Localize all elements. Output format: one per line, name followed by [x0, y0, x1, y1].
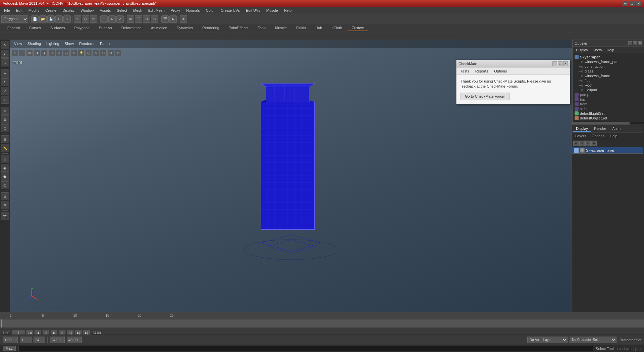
menu-file[interactable]: File [1, 8, 13, 13]
move-btn[interactable]: ✛ [100, 15, 108, 23]
artisan-btn[interactable]: ⬟ [1, 172, 9, 181]
frame-end-input[interactable] [34, 337, 45, 343]
vp-icon-smooth[interactable]: ◎ [56, 50, 62, 56]
camera-tools-btn[interactable]: 📷 [1, 212, 9, 220]
layer-row-skyscraper[interactable]: R Skyscraper_layer [572, 147, 643, 153]
layer-delete-btn[interactable]: ✕ [579, 141, 585, 146]
drp-sub-layers[interactable]: Layers [573, 134, 588, 138]
drp-tab-display[interactable]: Display [573, 126, 591, 132]
ol-item-skyscraper[interactable]: Skyscraper [573, 55, 644, 59]
paint-weights-btn[interactable]: ◉ [1, 164, 9, 172]
vp-icon-tex[interactable]: ⬚ [63, 50, 70, 56]
maximize-button[interactable]: □ [629, 1, 635, 6]
snap-grid-btn[interactable]: ⊞ [127, 15, 134, 23]
tab-ncloth[interactable]: nCloth [327, 25, 346, 31]
ol-item-top[interactable]: top [573, 97, 644, 102]
command-line[interactable] [18, 346, 593, 351]
cm-menu-options[interactable]: Options [491, 68, 509, 74]
tab-muscle[interactable]: Muscle [271, 25, 291, 31]
vp-menu-show[interactable]: Show [63, 41, 76, 46]
character-set-dropdown[interactable]: No Character Set [570, 337, 616, 343]
close-button[interactable]: ✕ [636, 1, 641, 6]
scale-tool-btn[interactable]: ⤢ [1, 87, 9, 95]
menu-normals[interactable]: Normals [183, 8, 203, 13]
ol-item-side[interactable]: side [573, 106, 644, 111]
show-hide-btn[interactable]: 👁 [180, 15, 187, 23]
rotate-tool-btn[interactable]: ↻ [1, 78, 9, 86]
playback-end-input[interactable] [67, 337, 82, 343]
paint-btn[interactable]: ✏ [90, 15, 97, 23]
outliner-scroll-thumb-h[interactable] [573, 122, 630, 124]
tab-fluids[interactable]: Fluids [292, 25, 310, 31]
goto-checkmate-forum-button[interactable]: Go to CheckMate Forum [461, 93, 509, 100]
vp-menu-renderer[interactable]: Renderer [77, 41, 97, 46]
layer-visibility-toggle[interactable] [574, 148, 579, 153]
vp-menu-lighting[interactable]: Lighting [44, 41, 61, 46]
tab-curves[interactable]: Curves [25, 25, 45, 31]
tab-custom[interactable]: Custom [347, 25, 368, 31]
vp-icon-subdiv[interactable]: ⊠ [107, 50, 114, 56]
vp-icon-fog[interactable]: ≈ [93, 50, 99, 56]
drp-tab-anim[interactable]: Anim [609, 126, 623, 132]
layer-new-btn[interactable]: + [573, 141, 579, 146]
ol-item-roof[interactable]: ─o Roof [573, 83, 644, 88]
move-tool-btn[interactable]: ✛ [1, 69, 9, 78]
menu-display[interactable]: Display [60, 8, 77, 13]
ol-item-front[interactable]: front [573, 102, 644, 106]
vp-icon-grid[interactable]: ⊞ [26, 50, 33, 56]
ol-menu-display[interactable]: Display [574, 48, 590, 52]
tab-general[interactable]: General [3, 25, 24, 31]
menu-edit[interactable]: Edit [13, 8, 25, 13]
tab-dynamics[interactable]: Dynamics [173, 25, 197, 31]
selection-tool-btn[interactable]: ↖ [1, 41, 9, 49]
drp-sub-help[interactable]: Help [608, 134, 620, 138]
vp-menu-shading[interactable]: Shading [25, 41, 43, 46]
scale-btn[interactable]: ⤢ [116, 15, 124, 23]
outliner-minimize-btn[interactable]: ─ [628, 41, 632, 45]
tab-hair[interactable]: Hair [311, 25, 326, 31]
ol-item-floor[interactable]: ─o floor [573, 78, 644, 83]
vp-icon-light1[interactable]: ☀ [70, 50, 77, 56]
open-btn[interactable]: 📂 [39, 15, 47, 23]
layer-options-btn[interactable]: ≡ [591, 141, 597, 146]
cm-menu-tests[interactable]: Tests [458, 68, 472, 74]
outliner-maximize-btn[interactable]: □ [633, 41, 637, 45]
menu-select[interactable]: Select [114, 8, 130, 13]
tab-polygons[interactable]: Polygons [70, 25, 93, 31]
vp-menu-view[interactable]: View [12, 41, 24, 46]
layer-editor-btn[interactable]: ☰ [1, 155, 9, 163]
ol-menu-help[interactable]: Help [605, 48, 616, 52]
menu-proxy[interactable]: Proxy [168, 8, 183, 13]
snap-surface-btn[interactable]: ⊟ [151, 15, 158, 23]
minimize-button[interactable]: ─ [623, 1, 628, 6]
menu-window[interactable]: Window [78, 8, 96, 13]
save-btn[interactable]: 💾 [47, 15, 55, 23]
show-manipulator-btn[interactable]: ⊙ [1, 124, 9, 132]
menu-create-uvs[interactable]: Create UVs [218, 8, 243, 13]
tab-surfaces[interactable]: Surfaces [46, 25, 69, 31]
render-btn[interactable]: 🎬 [161, 15, 169, 23]
drp-tab-render[interactable]: Render [591, 126, 609, 132]
current-time-input[interactable] [20, 337, 32, 343]
tab-toon[interactable]: Toon [254, 25, 270, 31]
ol-item-glass[interactable]: ─o glass [573, 69, 644, 73]
checkmate-minimize-btn[interactable]: ─ [552, 61, 557, 66]
ol-item-windows-frame-part[interactable]: ─o windows_frame_part [573, 59, 644, 64]
tab-animation[interactable]: Animation [147, 25, 171, 31]
ipr-btn[interactable]: ▶ [169, 15, 177, 23]
menu-assets[interactable]: Assets [97, 8, 113, 13]
ol-item-persp[interactable]: persp [573, 92, 644, 97]
vp-icon-iso[interactable]: ⬡ [100, 50, 107, 56]
layer-render-toggle[interactable]: R [580, 148, 585, 153]
vp-icon-shade2[interactable]: ● [41, 50, 48, 56]
mel-python-toggle[interactable]: MEL [3, 346, 16, 351]
menu-modify[interactable]: Modify [26, 8, 42, 13]
menu-create[interactable]: Create [43, 8, 59, 13]
paint-select-btn[interactable]: 🖌 [1, 50, 9, 58]
menu-muscle[interactable]: Muscle [264, 8, 281, 13]
outliner-close-btn[interactable]: ✕ [638, 41, 642, 45]
tab-deformation[interactable]: Deformation [117, 25, 146, 31]
undo-btn[interactable]: ↩ [55, 15, 63, 23]
drp-sub-options[interactable]: Options [590, 134, 606, 138]
universal-tool-btn[interactable]: ⊕ [1, 96, 9, 104]
